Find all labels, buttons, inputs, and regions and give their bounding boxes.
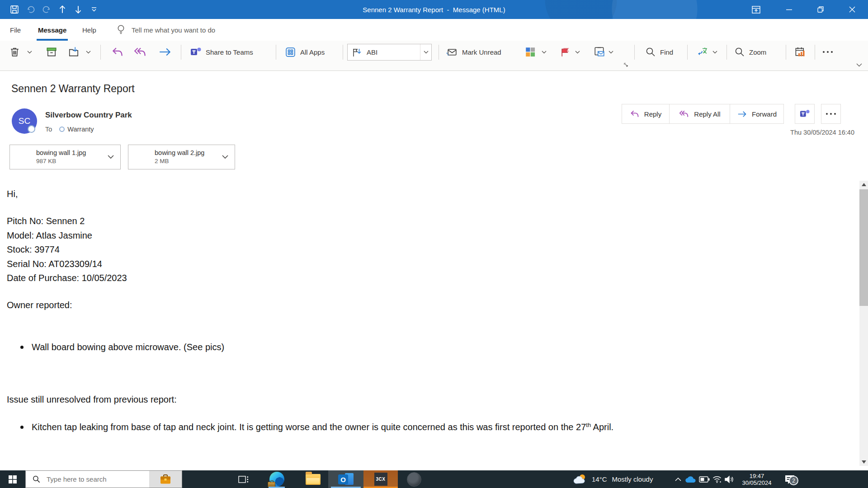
scroll-thumb[interactable] [859, 189, 868, 306]
quick-steps-gallery[interactable]: ABI [347, 44, 432, 61]
taskbar-outlook-button[interactable]: O [328, 470, 363, 488]
undo-button[interactable] [24, 0, 38, 19]
vertical-scrollbar[interactable] [859, 181, 868, 466]
move-dropdown-button[interactable] [86, 41, 91, 63]
mark-unread-button[interactable]: Mark Unread [446, 41, 501, 63]
redo-icon [42, 5, 51, 14]
volume-tray-button[interactable] [722, 470, 736, 488]
scroll-down-button[interactable] [859, 458, 868, 466]
dialog-launcher-icon [624, 63, 629, 68]
taskbar-clock[interactable]: 19:47 30/05/2024 [736, 470, 778, 488]
find-button[interactable]: Find [645, 41, 673, 63]
categorize-button[interactable] [524, 41, 536, 63]
save-button[interactable] [7, 0, 22, 19]
body-detail-line: Date of Purchase: 10/05/2023 [7, 273, 127, 283]
reply-button[interactable] [111, 41, 124, 63]
translate-dropdown-button[interactable] [712, 41, 717, 63]
clock-time: 19:47 [750, 473, 764, 479]
onedrive-tray-button[interactable] [684, 470, 697, 488]
circle-app-icon [407, 472, 421, 487]
move-button[interactable] [68, 41, 80, 63]
ribbon-divider [726, 45, 727, 60]
close-button[interactable] [845, 0, 859, 19]
action-center-button[interactable]: 2 [779, 470, 800, 488]
minimize-icon [786, 7, 792, 13]
taskbar-circle-app-button[interactable] [403, 470, 425, 488]
all-apps-button[interactable]: All Apps [285, 41, 325, 63]
reply-all-button[interactable] [133, 41, 147, 63]
insights-button[interactable] [794, 41, 807, 63]
battery-icon [699, 476, 710, 483]
forward-button[interactable] [158, 41, 172, 63]
scroll-up-button[interactable] [859, 181, 868, 188]
edge-icon [269, 472, 284, 487]
reply-icon [630, 109, 640, 118]
attachment-dropdown-button[interactable] [108, 155, 114, 159]
more-actions-button[interactable] [821, 104, 841, 124]
previous-item-button[interactable] [55, 0, 70, 19]
ribbon-divider [634, 45, 635, 60]
tab-help[interactable]: Help [81, 19, 98, 41]
zoom-button[interactable]: Zoom [734, 41, 766, 63]
teams-icon [190, 47, 202, 57]
undo-icon [27, 5, 35, 14]
follow-up-dropdown-button[interactable] [575, 41, 580, 63]
battery-tray-button[interactable] [698, 470, 711, 488]
sender-name[interactable]: Silverbow Country Park [45, 111, 132, 120]
recipient-name[interactable]: Warranty [67, 126, 94, 133]
search-highlight[interactable] [149, 471, 182, 488]
taskbar-edge-button[interactable] [266, 470, 288, 488]
header-reply-all-button[interactable]: Reply All [669, 104, 730, 124]
ribbon-divider [181, 45, 181, 60]
header-reply-button[interactable]: Reply [622, 104, 670, 124]
delete-dropdown-button[interactable] [27, 41, 32, 63]
weather-widget[interactable]: 14°C Mostly cloudy [573, 470, 653, 488]
tags-dialog-launcher-button[interactable] [624, 61, 629, 70]
share-to-teams-button[interactable]: Share to Teams [190, 41, 253, 63]
attachment-chip[interactable]: bowing wall 2.jpg 2 MB [128, 145, 235, 169]
next-item-button[interactable] [71, 0, 85, 19]
quick-steps-dropdown[interactable] [420, 44, 429, 60]
customize-quick-access-button[interactable] [87, 0, 101, 19]
search-input[interactable] [41, 475, 149, 483]
bullet-item: Wall board bowing above microwave. (See … [20, 342, 224, 352]
reply-all-icon [133, 46, 147, 58]
task-view-button[interactable] [233, 470, 255, 488]
categorize-dropdown-button[interactable] [542, 41, 547, 63]
taskbar-3cx-button[interactable]: 3CX [363, 470, 398, 488]
attachment-chip[interactable]: bowing wall 1.jpg 987 KB [9, 145, 121, 169]
ribbon-display-options-button[interactable] [749, 0, 763, 19]
delete-button[interactable] [9, 41, 20, 63]
clock-date: 30/05/2024 [742, 479, 771, 486]
minimize-button[interactable] [782, 0, 796, 19]
tab-file[interactable]: File [9, 19, 22, 41]
network-tray-button[interactable] [711, 470, 723, 488]
bullet-marker [20, 346, 24, 349]
ribbon-display-options-icon [752, 6, 760, 14]
header-forward-button[interactable]: Forward [730, 104, 784, 124]
tray-expand-button[interactable] [673, 470, 684, 488]
translate-button[interactable] [696, 41, 709, 63]
restore-button[interactable] [813, 0, 828, 19]
share-to-teams-header-button[interactable] [795, 104, 815, 124]
reply-all-icon [679, 109, 689, 118]
onenote-dropdown-button[interactable] [609, 41, 613, 63]
chevron-down-icon [91, 7, 97, 12]
start-button[interactable] [0, 470, 25, 488]
ribbon-more-button[interactable] [823, 41, 833, 63]
archive-icon [46, 46, 57, 58]
follow-up-button[interactable] [560, 41, 571, 63]
collapse-ribbon-button[interactable] [856, 61, 862, 70]
flag-icon [560, 47, 571, 58]
onenote-share-button[interactable] [594, 41, 605, 63]
redo-button[interactable] [39, 0, 53, 19]
tab-message[interactable]: Message [37, 19, 68, 41]
taskbar-explorer-button[interactable] [302, 470, 324, 488]
taskbar-search-box[interactable] [25, 470, 182, 488]
chevron-down-icon [108, 155, 114, 159]
archive-button[interactable] [46, 41, 57, 63]
arrow-up-icon [58, 5, 66, 14]
tell-me-box[interactable]: Tell me what you want to do [117, 19, 215, 41]
quick-step-label: ABI [367, 48, 377, 56]
attachment-dropdown-button[interactable] [222, 155, 228, 159]
